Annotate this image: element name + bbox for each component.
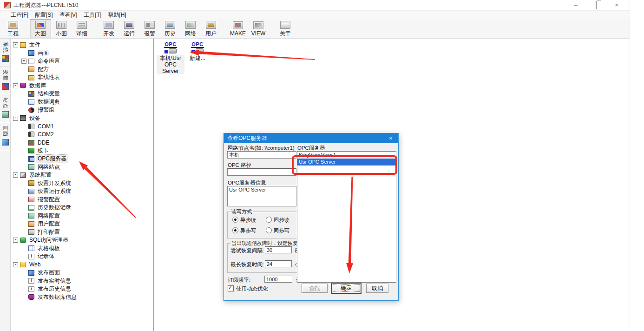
node-name-input[interactable]: 本机: [227, 151, 296, 159]
tree-item-print-config[interactable]: 打印配置: [11, 228, 153, 237]
tree-item-recipe[interactable]: 配方: [11, 66, 153, 74]
radio-label: 异步读: [240, 217, 256, 223]
side-tab-system[interactable]: 系统: [0, 39, 10, 66]
tree-item-history-record[interactable]: 历史数据记录: [11, 204, 153, 212]
toolbar-about-button[interactable]: 关于: [275, 19, 296, 38]
tree-item-system-config[interactable]: -系统配置: [11, 171, 153, 179]
tree-item-label: 发布历史信息: [36, 285, 72, 293]
collapse-icon[interactable]: -: [13, 238, 18, 243]
tree-item-command-language[interactable]: +命令语言: [11, 57, 153, 66]
collapse-icon[interactable]: -: [13, 116, 18, 121]
tree-item-device[interactable]: -设备: [11, 114, 153, 123]
folder-icon: [20, 262, 26, 267]
toolbar-network-button[interactable]: 网络: [180, 19, 201, 38]
opc-new-item[interactable]: OPC 新建...: [186, 41, 209, 61]
menu-tools[interactable]: 工具[T]: [80, 11, 105, 19]
tree-item-struct-variable[interactable]: 结构变量: [11, 90, 153, 98]
expand-icon[interactable]: +: [21, 59, 26, 64]
server-list-label: OPC服务器: [297, 145, 325, 152]
radio-label: 同步读: [274, 217, 290, 223]
tree-item-run-system[interactable]: 设置运行系统: [11, 187, 153, 196]
toolbar-history-button[interactable]: 历史: [160, 19, 180, 38]
toolbar-make-button[interactable]: MAKE: [228, 19, 248, 38]
dynamic-optimize-checkbox[interactable]: [228, 285, 234, 291]
toolbar-alarm-button[interactable]: 报警: [139, 19, 160, 38]
tree-item-alarm-group[interactable]: 报警组: [11, 106, 153, 114]
board-icon: [28, 148, 34, 153]
tree-item-label: 板卡: [36, 147, 50, 155]
collapse-icon[interactable]: -: [13, 172, 18, 178]
tree-item-publish-database[interactable]: 发布数据库信息: [11, 293, 153, 302]
restore-button[interactable]: [592, 0, 600, 10]
max-recover-input[interactable]: 24: [265, 260, 292, 267]
close-button[interactable]: ×: [613, 0, 620, 10]
document-icon: [28, 59, 34, 64]
tree-item-nonlinear-table[interactable]: 非线性表: [11, 73, 153, 82]
menu-project[interactable]: 工程[F]: [7, 11, 32, 19]
view-opc-server-dialog: 查看OPC服务器 × 网络节点名(如: \\computer1) 本机 OPC …: [223, 133, 399, 301]
server-list-item-selected[interactable]: Usr OPC Server: [297, 159, 396, 166]
tree-item-label: Web: [28, 261, 42, 268]
project-tree: -文件 画面 +命令语言 配方 非线性表 -数据库 结构变量 数据词典 报警组 …: [11, 39, 154, 331]
tree-item-record-body[interactable]: 记录体: [11, 252, 153, 261]
opc-server-item[interactable]: OPC 本机\UsrOPC Server: [157, 41, 184, 74]
radio-async-read[interactable]: [232, 217, 238, 223]
subscribe-rate-input[interactable]: 1000: [264, 276, 292, 283]
toolbar-project-button[interactable]: 工程: [3, 19, 23, 38]
menu-view[interactable]: 查看[V]: [56, 11, 81, 19]
radio-async-write[interactable]: [232, 227, 238, 233]
toolbar-run-button[interactable]: 运行: [119, 19, 139, 38]
cancel-button[interactable]: 取消: [366, 284, 388, 293]
tree-item-board-card[interactable]: 板卡: [11, 147, 153, 155]
tree-item-sql-manager[interactable]: -SQL访问管理器: [11, 236, 153, 245]
side-tab-variable[interactable]: 变量: [0, 66, 10, 94]
tree-item-dde[interactable]: DDE: [11, 139, 153, 147]
tree-item-opc-server[interactable]: OPC服务器: [11, 155, 153, 163]
tree-item-database[interactable]: -数据库: [11, 82, 153, 90]
side-tab-screen[interactable]: 画面: [0, 122, 10, 150]
tree-item-alarm-config[interactable]: 报警配置: [11, 196, 153, 204]
tree-item-user-config[interactable]: 用户配置: [11, 220, 153, 228]
alarm-config-icon: [28, 197, 34, 202]
tree-item-dev-system[interactable]: 设置开发系统: [11, 179, 153, 188]
opc-path-input[interactable]: [227, 168, 296, 176]
tree-item-publish-history[interactable]: 发布历史信息: [11, 285, 153, 293]
radio-sync-read[interactable]: [266, 217, 272, 223]
toolbar-user-button[interactable]: 用户: [201, 19, 221, 38]
network-icon: [28, 164, 34, 170]
tree-item-network-config[interactable]: 网络配置: [11, 212, 153, 220]
tree-item-web[interactable]: -Web: [11, 261, 153, 269]
tree-item-screens[interactable]: 画面: [11, 49, 153, 58]
toolbar-small-icons-button[interactable]: 小图: [51, 19, 72, 38]
radio-sync-write[interactable]: [266, 227, 272, 233]
toolbar-view-button[interactable]: VIEW: [248, 19, 269, 38]
tree-item-data-dictionary[interactable]: 数据词典: [11, 98, 153, 106]
tree-item-label: 发布实时信息: [36, 277, 72, 285]
dialog-close-button[interactable]: ×: [384, 133, 397, 143]
retry-interval-input[interactable]: 30: [265, 246, 292, 253]
toolbar-develop-button[interactable]: 开发: [99, 19, 119, 38]
side-tab-station[interactable]: 站点: [0, 94, 10, 122]
dynamic-optimize-row[interactable]: 使用动态优化: [228, 285, 268, 292]
collapse-icon[interactable]: -: [13, 83, 18, 88]
opc-server-list[interactable]: KingView.View.1 Usr OPC Server: [297, 151, 396, 283]
dialog-title-bar[interactable]: 查看OPC服务器 ×: [224, 133, 398, 143]
tree-item-com1[interactable]: COM1: [11, 122, 153, 131]
server-list-item[interactable]: KingView.View.1: [297, 152, 396, 159]
opc-server-icon: OPC: [163, 41, 178, 53]
ok-button[interactable]: 确定: [331, 283, 361, 294]
tree-item-com2[interactable]: COM2: [11, 131, 153, 139]
toolbar-details-button[interactable]: 详细: [72, 19, 92, 38]
menu-help[interactable]: 帮助[H]: [105, 11, 129, 19]
collapse-icon[interactable]: -: [13, 42, 18, 47]
tree-item-publish-screen[interactable]: 发布画面: [11, 269, 153, 277]
tree-item-network-station[interactable]: 网络站点: [11, 163, 153, 172]
tree-item-table-template[interactable]: 表格模板: [11, 245, 153, 253]
tree-item-publish-realtime[interactable]: 发布实时信息: [11, 277, 153, 285]
find-button[interactable]: 查找: [302, 284, 328, 293]
tree-item-files[interactable]: -文件: [11, 41, 153, 49]
collapse-icon[interactable]: -: [13, 262, 18, 267]
minimize-button[interactable]: –: [572, 0, 579, 10]
toolbar-large-icons-button[interactable]: 大图: [30, 19, 51, 38]
menu-config[interactable]: 配置[S]: [32, 11, 56, 19]
